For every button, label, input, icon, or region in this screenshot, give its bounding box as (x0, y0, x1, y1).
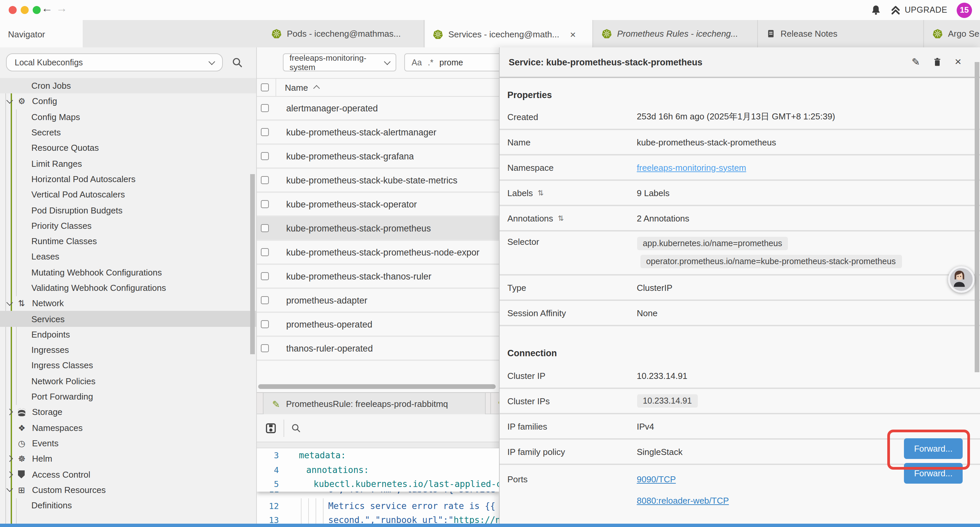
match-case-toggle[interactable]: Aa (412, 58, 422, 67)
sidebar-item-secrets[interactable]: Secrets (0, 125, 257, 140)
forward-button-8080[interactable]: Forward... (904, 463, 963, 484)
trash-icon[interactable] (932, 57, 942, 67)
row-checkbox[interactable] (261, 272, 269, 280)
chevron-right-icon[interactable] (6, 471, 13, 478)
detail-scrollbar[interactable] (975, 62, 979, 372)
chevron-right-icon[interactable] (6, 455, 13, 462)
table-row-kube-prometheus-stack-prometheus-node-expor[interactable]: kube-prometheus-stack-prometheus-node-ex… (257, 241, 499, 265)
sidebar-item-mutating-webhook-configurations[interactable]: Mutating Webhook Configurations (0, 264, 257, 280)
table-row-prometheus-adapter[interactable]: prometheus-adapter (257, 289, 499, 313)
sidebar-item-vertical-pod-autoscalers[interactable]: Vertical Pod Autoscalers (0, 187, 257, 202)
select-all-checkbox[interactable] (261, 83, 269, 91)
column-header-name[interactable]: Name (275, 79, 318, 96)
sidebar-item-namespaces[interactable]: ❖Namespaces (0, 420, 257, 436)
forward-button-9090[interactable]: Forward... (904, 438, 963, 459)
sidebar-item-ingress-classes[interactable]: Ingress Classes (0, 358, 257, 374)
avatar[interactable] (948, 266, 974, 293)
chevron-down-icon[interactable] (6, 486, 13, 492)
sidebar-item-access-control[interactable]: Access Control (0, 466, 257, 482)
namespace-link[interactable]: freeleaps-monitoring-system (637, 162, 746, 172)
table-row-kube-prometheus-stack-alertmanager[interactable]: kube-prometheus-stack-alertmanager (257, 121, 499, 145)
yaml-editor[interactable]: 3metadata:4annotations:5kubectl.kubernet… (257, 448, 499, 524)
notification-count-badge[interactable]: 15 (957, 2, 972, 18)
sidebar-item-priority-classes[interactable]: Priority Classes (0, 218, 257, 234)
window-close-icon[interactable] (9, 6, 17, 14)
row-checkbox[interactable] (261, 152, 269, 160)
row-checkbox[interactable] (261, 104, 269, 112)
table-row-kube-prometheus-stack-prometheus[interactable]: kube-prometheus-stack-prometheus (257, 217, 499, 241)
sidebar-scrollbar[interactable] (250, 174, 255, 354)
editor-search-button[interactable] (291, 423, 301, 433)
close-icon[interactable]: × (955, 56, 961, 69)
sidebar-item-helm[interactable]: ☸Helm (0, 451, 257, 466)
port-link-8080[interactable]: 8080:reloader-web/TCP (637, 496, 729, 506)
row-checkbox[interactable] (261, 296, 269, 304)
sidebar-item-limit-ranges[interactable]: Limit Ranges (0, 156, 257, 172)
save-button[interactable] (266, 423, 276, 433)
sidebar-item-network-policies[interactable]: Network Policies (0, 373, 257, 389)
sidebar-item-config-maps[interactable]: Config Maps (0, 109, 257, 125)
edit-pencil-icon[interactable]: ✎ (912, 56, 920, 68)
row-checkbox[interactable] (261, 200, 269, 208)
list-search-input[interactable]: Aa .* prome (404, 53, 499, 72)
sidebar-item-endpoints[interactable]: Endpoints (0, 327, 257, 342)
sidebar-search-icon[interactable] (231, 57, 243, 68)
sidebar-item-definitions[interactable]: Definitions (0, 498, 257, 513)
table-row-alertmanager-operated[interactable]: alertmanager-operated (257, 97, 499, 121)
sidebar-item-cron-jobs[interactable]: Cron Jobs (0, 78, 257, 94)
tab-navigator[interactable]: Navigator (0, 20, 83, 48)
notification-bell-icon[interactable] (870, 5, 881, 15)
forward-arrow-icon[interactable]: → (56, 2, 67, 15)
sidebar-item-leases[interactable]: Leases (0, 249, 257, 265)
sidebar-tree: Cron Jobs⚙ConfigConfig MapsSecretsResour… (0, 78, 257, 524)
sidebar-item-storage[interactable]: Storage (0, 404, 257, 420)
table-row-kube-prometheus-stack-thanos-ruler[interactable]: kube-prometheus-stack-thanos-ruler (257, 265, 499, 289)
row-checkbox[interactable] (261, 128, 269, 136)
sidebar-item-events[interactable]: ◷Events (0, 436, 257, 451)
dock-tab-prometheusrule[interactable]: ✎ PrometheusRule: freeleaps-prod-rabbitm… (263, 393, 486, 415)
port-link-9090[interactable]: 9090/TCP (637, 474, 729, 484)
table-row-prometheus-operated[interactable]: prometheus-operated (257, 313, 499, 337)
row-checkbox[interactable] (261, 224, 269, 232)
chevron-right-icon[interactable] (6, 409, 13, 416)
tab-argo[interactable]: Argo Se (924, 20, 980, 47)
sidebar-item-port-forwarding[interactable]: Port Forwarding (0, 389, 257, 404)
expand-toggle-icon[interactable]: ⇅ (538, 188, 544, 197)
tab-release-notes[interactable]: Release Notes (759, 20, 924, 47)
sidebar-item-custom-resources[interactable]: ⊞Custom Resources (0, 482, 257, 498)
namespaces-icon: ❖ (18, 423, 32, 433)
kubeconfig-selector[interactable]: Local Kubeconfigs (6, 53, 223, 72)
table-row-kube-prometheus-stack-kube-state-metrics[interactable]: kube-prometheus-stack-kube-state-metrics (257, 169, 499, 193)
sidebar-item-runtime-classes[interactable]: Runtime Classes (0, 234, 257, 249)
sidebar-item-services[interactable]: Services (0, 311, 257, 327)
table-row-thanos-ruler-operated[interactable]: thanos-ruler-operated (257, 337, 499, 361)
tab-prometheus-rules[interactable]: Prometheus Rules - icecheng... (594, 20, 758, 47)
sidebar-item-network[interactable]: ⇅Network (0, 296, 257, 311)
sidebar-item-validating-webhook-configurations[interactable]: Validating Webhook Configurations (0, 280, 257, 296)
row-checkbox[interactable] (261, 176, 269, 184)
tab-pods[interactable]: Pods - icecheng@mathmas... (264, 20, 424, 47)
row-checkbox[interactable] (261, 248, 269, 256)
expand-toggle-icon[interactable]: ⇅ (558, 214, 564, 223)
back-arrow-icon[interactable]: ← (41, 2, 53, 15)
sidebar-item-resource-quotas[interactable]: Resource Quotas (0, 140, 257, 156)
sidebar-item-ingresses[interactable]: Ingresses (0, 342, 257, 358)
table-row-kube-prometheus-stack-grafana[interactable]: kube-prometheus-stack-grafana (257, 145, 499, 169)
sidebar-item-horizontal-pod-autoscalers[interactable]: Horizontal Pod Autoscalers (0, 172, 257, 187)
table-row-kube-prometheus-stack-operator[interactable]: kube-prometheus-stack-operator (257, 193, 499, 217)
sidebar-item-pod-disruption-budgets[interactable]: Pod Disruption Budgets (0, 202, 257, 218)
upgrade-button[interactable]: UPGRADE (891, 5, 947, 15)
row-checkbox[interactable] (261, 320, 269, 328)
row-checkbox[interactable] (261, 344, 269, 352)
chevron-down-icon[interactable] (6, 97, 13, 104)
chevron-down-icon[interactable] (6, 299, 13, 306)
window-minimize-icon[interactable] (21, 6, 29, 14)
horizontal-scrollbar[interactable] (258, 384, 496, 389)
namespace-filter-select[interactable]: freeleaps-monitoring-system (283, 53, 396, 72)
window-maximize-icon[interactable] (33, 6, 41, 14)
tab-services[interactable]: Services - icecheng@math... × (425, 20, 593, 48)
regex-toggle[interactable]: .* (428, 58, 434, 67)
sidebar-item-config[interactable]: ⚙Config (0, 94, 257, 110)
tab-close-icon[interactable]: × (570, 29, 576, 40)
dock-tab-partial[interactable]: ✎ (490, 393, 499, 415)
